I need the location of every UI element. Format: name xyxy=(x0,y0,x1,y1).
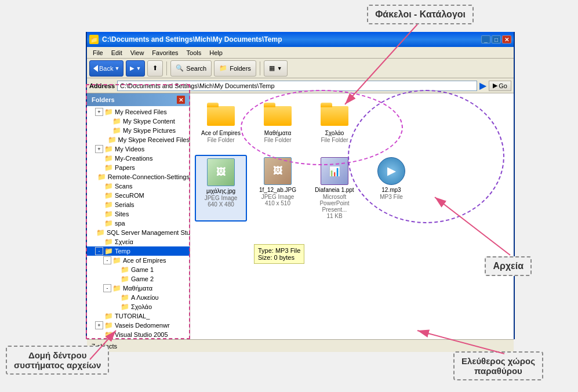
file-item-size: 640 X 480 xyxy=(208,201,234,208)
tree-item-papers[interactable]: 📁 Papers xyxy=(87,163,190,172)
folder-icon: 📁 xyxy=(104,191,113,199)
views-icon: ▦ xyxy=(269,64,275,72)
annotation-tree: Δομή δέντρου συστήματος αρχείων xyxy=(6,346,109,375)
ppt-diafaneia-icon: 📊 xyxy=(321,157,348,185)
address-input[interactable] xyxy=(117,81,477,91)
tree-item-remote[interactable]: 📁 Remote-Connection-Settings xyxy=(87,172,190,182)
status-bar: 7 objects xyxy=(87,339,514,352)
address-arrow-icon: ▶ xyxy=(479,80,486,91)
file-item-name: Μαθήματα xyxy=(264,130,291,137)
tree-item-my-skype-content[interactable]: 📁 My Skype Content xyxy=(87,117,190,126)
back-label: Back xyxy=(99,65,113,72)
folders-button[interactable]: 📁 Folders xyxy=(214,60,256,77)
file-item-12mp3[interactable]: ▶ 12.mp3 MP3 File xyxy=(365,155,417,222)
views-dropdown-icon: ▼ xyxy=(277,66,282,71)
annotation-files: Αρχεία xyxy=(485,256,532,276)
folder-sxolao-icon xyxy=(321,100,348,128)
tree-item-sxneia[interactable]: 📁 Σχνεία xyxy=(87,237,190,246)
tree-item-my-received-files[interactable]: + 📁 My Received Files xyxy=(87,107,190,117)
file-item-ace-empires[interactable]: Ace of Empires File Folder xyxy=(195,98,247,146)
file-item-mathimata[interactable]: Μαθήματα File Folder xyxy=(252,98,304,146)
tree-item-lykeiou[interactable]: 📁 Α Λυκείου xyxy=(87,293,190,302)
expand-temp[interactable]: - xyxy=(95,247,103,255)
file-item-name: 12.mp3 xyxy=(381,187,401,194)
file-item-michalis-jpg[interactable]: 🖼 μιχάλης.jpg JPEG Image 640 X 480 xyxy=(195,155,247,222)
go-arrow-icon: ▶ xyxy=(493,82,497,89)
folder-icon: 📁 xyxy=(104,247,113,255)
folder-icon: 📁 xyxy=(121,266,129,274)
tree-item-my-skype-pictures[interactable]: 📁 My Skype Pictures xyxy=(87,126,190,135)
tree-item-tutorial[interactable]: 📁 TUTORIAL_ xyxy=(87,311,190,321)
files-panel[interactable]: Ace of Empires File Folder Μαθήματα File… xyxy=(190,93,514,339)
tree-item-temp[interactable]: - 📁 Temp xyxy=(87,246,190,256)
jpeg-michalis-icon: 🖼 xyxy=(207,158,235,186)
menu-view[interactable]: View xyxy=(127,48,148,57)
expand-my-received-files[interactable]: + xyxy=(95,108,103,116)
folders-close-button[interactable]: ✕ xyxy=(177,96,185,104)
file-item-name: Ace of Empires xyxy=(201,130,241,137)
file-item-1f12[interactable]: 🖼 1f_12_ab.JPG JPEG Image 410 x 510 xyxy=(252,155,304,222)
up-button[interactable]: ⬆ xyxy=(147,60,163,77)
folders-header: Folders ✕ xyxy=(87,93,190,106)
tree-item-vaseis[interactable]: + 📁 Vaseis Dedomenwr xyxy=(87,321,190,330)
file-item-type: Microsoft PowerPoint Present... xyxy=(311,194,358,213)
file-item-type: File Folder xyxy=(207,137,234,143)
folders-tree[interactable]: + 📁 My Received Files 📁 My Skype Content… xyxy=(87,106,190,339)
tree-item-mathimata[interactable]: - 📁 Μαθήματα xyxy=(87,284,190,293)
tree-item-serials[interactable]: 📁 Serials xyxy=(87,200,190,209)
file-item-name: Σχολάο xyxy=(325,130,344,137)
menu-file[interactable]: File xyxy=(89,48,107,57)
address-bar: Address ▶ ▶ Go xyxy=(87,78,514,93)
search-label: Search xyxy=(186,65,206,72)
expand-vaseis[interactable]: + xyxy=(95,321,103,329)
address-label-text: Address xyxy=(89,82,115,89)
folder-icon: 📁 xyxy=(112,117,121,125)
expand-my-videos[interactable]: + xyxy=(95,145,103,153)
file-item-type: JPEG Image xyxy=(261,194,295,200)
expand-ace[interactable]: - xyxy=(103,256,111,264)
expand-mathimata[interactable]: - xyxy=(103,284,111,292)
folder-icon: 📁 xyxy=(104,108,113,116)
views-button[interactable]: ▦ ▼ xyxy=(264,60,288,77)
file-item-diafaneia[interactable]: 📊 Diafaneia 1.ppt Microsoft PowerPoint P… xyxy=(308,155,361,222)
menu-favorites[interactable]: Favorites xyxy=(148,48,181,57)
tree-item-my-videos[interactable]: + 📁 My Videos xyxy=(87,144,190,154)
go-button[interactable]: ▶ Go xyxy=(489,81,511,91)
folder-icon: 📁 xyxy=(104,164,113,172)
back-arrow-icon xyxy=(93,65,98,72)
tree-item-ace-empires[interactable]: - 📁 Ace of Empires xyxy=(87,256,190,265)
mp3-icon: ▶ xyxy=(377,157,405,185)
folder-icon: 📁 xyxy=(121,293,129,302)
file-item-type: File Folder xyxy=(264,137,291,143)
folder-icon: 📁 xyxy=(97,173,106,181)
menu-edit[interactable]: Edit xyxy=(108,48,126,57)
tree-item-sxolao[interactable]: 📁 Σχολάο xyxy=(87,302,190,311)
tree-item-my-skype-received[interactable]: 📁 My Skype Received Files xyxy=(87,135,190,144)
forward-button[interactable]: ▶ ▼ xyxy=(126,60,145,77)
file-item-name: Diafaneia 1.ppt xyxy=(315,187,354,194)
tree-item-securom[interactable]: 📁 SecuROM xyxy=(87,191,190,200)
tree-item-sites[interactable]: 📁 Sites xyxy=(87,209,190,219)
file-item-sxolao[interactable]: Σχολάο File Folder xyxy=(308,98,361,146)
maximize-button[interactable]: □ xyxy=(492,35,501,43)
tree-item-game2[interactable]: 📁 Game 2 xyxy=(87,274,190,284)
back-button[interactable]: Back ▼ xyxy=(89,60,123,77)
tree-item-my-creations[interactable]: 📁 My-Creations xyxy=(87,154,190,163)
toolbar: Back ▼ ▶ ▼ ⬆ 🔍 Search 📁 Folders ▦ ▼ xyxy=(87,59,514,78)
file-item-size: 410 x 510 xyxy=(265,200,290,206)
close-button[interactable]: ✕ xyxy=(502,35,511,43)
tree-item-spa[interactable]: 📁 spa xyxy=(87,219,190,228)
minimize-button[interactable]: _ xyxy=(481,35,490,43)
menu-help[interactable]: Help xyxy=(206,48,226,57)
search-button[interactable]: 🔍 Search xyxy=(170,60,212,77)
menu-tools[interactable]: Tools xyxy=(183,48,205,57)
annotation-folders: Φάκελοι - Κατάλογοι xyxy=(367,5,474,24)
toolbar-separator-2 xyxy=(260,61,260,75)
tooltip: Type: MP3 File Size: 0 bytes xyxy=(254,244,304,264)
file-item-name: 1f_12_ab.JPG xyxy=(259,187,296,194)
tree-item-sql[interactable]: 📁 SQL Server Management Studio xyxy=(87,228,190,237)
file-item-size: 11 KB xyxy=(326,213,342,219)
tree-item-game1[interactable]: 📁 Game 1 xyxy=(87,265,190,274)
tree-item-vs2005[interactable]: 📁 Visual Studio 2005 xyxy=(87,330,190,339)
tree-item-scans[interactable]: 📁 Scans xyxy=(87,182,190,191)
